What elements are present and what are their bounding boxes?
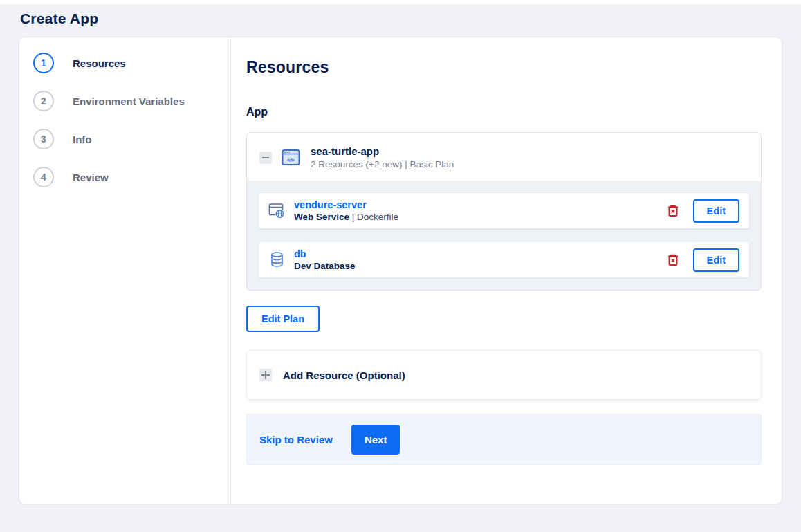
page-title: Create App: [19, 4, 782, 37]
add-resource-label: Add Resource (Optional): [283, 369, 405, 381]
app-summary: 2 Resources (+2 new) | Basic Plan: [311, 159, 454, 169]
resources-heading: Resources: [246, 58, 762, 77]
app-window-code-icon: </>: [282, 148, 300, 167]
step-number-circle: 1: [33, 53, 54, 73]
app-name: sea-turtle-app: [311, 145, 454, 157]
app-card-header: </> sea-turtle-app 2 Resources (+2 new) …: [247, 133, 761, 181]
step-label: Info: [73, 134, 92, 145]
resource-type: Dev Database: [294, 261, 356, 271]
resource-row-db: db Dev Database: [258, 241, 750, 278]
plus-icon: [259, 369, 272, 381]
step-label: Environment Variables: [73, 95, 185, 107]
edit-resource-button[interactable]: Edit: [693, 199, 739, 223]
resource-separator: |: [349, 212, 357, 222]
app-card: </> sea-turtle-app 2 Resources (+2 new) …: [246, 132, 762, 291]
app-card-header-text: sea-turtle-app 2 Resources (+2 new) | Ba…: [311, 145, 454, 169]
app-card-body: vendure-server Web Service | Dockerfile: [247, 181, 761, 290]
next-button[interactable]: Next: [351, 425, 400, 455]
create-app-page: Create App 1 Resources 2 Environment Var…: [0, 4, 801, 504]
database-icon: [268, 251, 286, 268]
browser-globe-icon: [268, 202, 286, 219]
step-label: Review: [73, 172, 109, 183]
trash-icon[interactable]: [665, 203, 681, 219]
step-environment-variables[interactable]: 2 Environment Variables: [33, 91, 230, 111]
resource-row-vendure-server: vendure-server Web Service | Dockerfile: [258, 192, 750, 229]
app-section-label: App: [246, 106, 762, 118]
wizard-footer: Skip to Review Next: [246, 414, 762, 465]
step-number-circle: 4: [33, 167, 54, 187]
step-resources[interactable]: 1 Resources: [33, 53, 230, 73]
trash-icon[interactable]: [665, 253, 681, 268]
edit-resource-button[interactable]: Edit: [693, 248, 739, 272]
add-resource-section[interactable]: Add Resource (Optional): [246, 350, 762, 400]
step-label: Resources: [73, 57, 126, 69]
resource-name-link[interactable]: db: [294, 248, 665, 259]
resource-type: Web Service: [294, 212, 349, 222]
resource-subtitle: Dev Database: [294, 261, 665, 271]
resource-text: db Dev Database: [294, 248, 665, 271]
resource-text: vendure-server Web Service | Dockerfile: [294, 199, 665, 222]
resource-subtitle: Web Service | Dockerfile: [294, 212, 665, 222]
svg-text:</>: </>: [287, 157, 295, 163]
wizard-stepper: 1 Resources 2 Environment Variables 3 In…: [19, 37, 231, 504]
step-info[interactable]: 3 Info: [33, 129, 230, 149]
skip-to-review-link[interactable]: Skip to Review: [259, 434, 333, 446]
step-number-circle: 3: [33, 129, 54, 149]
resource-detail: Dockerfile: [357, 212, 398, 222]
wizard-card: 1 Resources 2 Environment Variables 3 In…: [19, 37, 782, 504]
step-review[interactable]: 4 Review: [33, 167, 230, 187]
edit-plan-button[interactable]: Edit Plan: [246, 306, 320, 332]
resource-name-link[interactable]: vendure-server: [294, 199, 665, 210]
step-number-circle: 2: [33, 91, 54, 111]
minus-icon[interactable]: [259, 152, 272, 164]
wizard-main-panel: Resources App </> sea-turtle-app: [231, 37, 782, 504]
